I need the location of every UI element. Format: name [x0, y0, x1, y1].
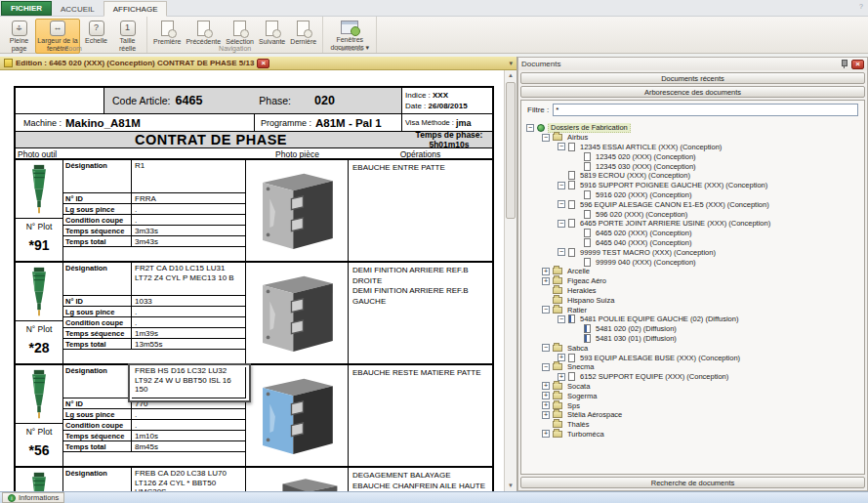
tree-item[interactable]: +6152 SUPPORT EQUIPE (XXX) (Conception)	[524, 372, 861, 382]
tool-data-table: DésignationR1N° IDFRRALg sous pince.Cond…	[63, 160, 246, 261]
field-value: .	[132, 215, 245, 225]
field-label: Condition coupe	[63, 420, 132, 430]
collapse-icon[interactable]: −	[558, 315, 565, 323]
tree-item[interactable]: −Airbus	[524, 133, 861, 143]
help-icon[interactable]: ?	[859, 3, 863, 10]
scroll-up-icon[interactable]: ▲	[505, 70, 517, 81]
echelle-button[interactable]: ?Echelle	[81, 19, 111, 47]
collapse-icon[interactable]: −	[526, 124, 534, 132]
col-photo-piece: Photo pièce	[246, 149, 349, 159]
tool-photo	[26, 265, 52, 319]
expand-icon[interactable]: +	[542, 382, 550, 390]
document-scrollbar[interactable]: ▲ ▼	[504, 70, 517, 491]
tab-affichage[interactable]: AFFICHAGE	[103, 1, 168, 17]
precedente-button[interactable]: Précédente	[184, 19, 223, 48]
tree-item[interactable]: +Stélia Aérospace	[524, 410, 861, 420]
tree-item[interactable]: −6465 PORTE JOINT ARRIERE USINE (XXX) (C…	[524, 219, 861, 229]
expand-icon[interactable]: +	[542, 277, 550, 285]
tree-item[interactable]: 5481 020 (02) (Diffusion)	[524, 324, 861, 334]
doc-icon	[584, 152, 591, 161]
collapse-icon[interactable]: −	[558, 143, 565, 150]
tree-item[interactable]: −5481 POULIE EQUIPE GAUCHE (02) (Diffusi…	[524, 314, 861, 324]
collapse-icon[interactable]: −	[558, 182, 565, 189]
informations-tab[interactable]: i Informations	[2, 492, 64, 503]
tree-item-label: 5819 ECROU (XXX) (Conception)	[578, 171, 692, 180]
tree-item[interactable]: +Figeac Aéro	[524, 276, 861, 286]
expand-icon[interactable]: +	[542, 430, 550, 438]
tree-item[interactable]: −596 EQUIP ALESAGE CANON E1-E5 (XXX) (Co…	[524, 199, 861, 209]
tree-item[interactable]: −Sabca	[524, 343, 861, 353]
tree-item[interactable]: −12345 ESSAI ARTICLE (XXX) (Conception)	[524, 143, 861, 152]
tree-item[interactable]: −99999 TEST MACRO (XXX) (Conception)	[524, 247, 861, 257]
folder-icon	[553, 393, 562, 399]
collapse-icon[interactable]: −	[558, 220, 565, 228]
tree-item[interactable]: −Dossiers de Fabrication	[524, 123, 861, 133]
status-bar: i Informations	[0, 491, 868, 503]
recent-documents-bar[interactable]: Documents récents	[520, 72, 865, 84]
scrollbar-thumb[interactable]	[506, 82, 516, 219]
field-n-id: N° IDFRRA	[63, 193, 245, 204]
tree-item[interactable]: Thalès	[524, 420, 861, 430]
tree-item[interactable]: +Arcelle	[524, 267, 861, 276]
window-menu-chevron-icon[interactable]: ▾	[509, 60, 513, 67]
expand-icon[interactable]: +	[558, 373, 565, 381]
tree-item[interactable]: +Sogerma	[524, 391, 861, 400]
field-value: .	[132, 204, 245, 214]
tree-item[interactable]: 12345 020 (XXX) (Conception)	[524, 151, 861, 161]
doc-icon	[584, 210, 591, 219]
selection-button[interactable]: Sélection	[224, 19, 256, 48]
suivante-button[interactable]: Suivante	[257, 19, 287, 48]
collapse-icon[interactable]: −	[542, 134, 550, 142]
scroll-down-icon[interactable]: ▼	[505, 481, 517, 491]
document-window-title: Edition : 6465 020 (XXX) (Conception) CO…	[16, 59, 254, 67]
collapse-icon[interactable]: −	[558, 200, 565, 208]
photo-piece-cell	[246, 263, 349, 363]
tree-item[interactable]: −Snecma	[524, 362, 861, 372]
tree-item[interactable]: 5916 020 (XXX) (Conception)	[524, 190, 861, 200]
tree-item-label: Sogerma	[565, 392, 599, 400]
phase-row-2: N° Plot*28DésignationFR2T CA D10 LC15 LU…	[16, 263, 492, 365]
tool-icon	[16, 367, 62, 422]
close-document-button[interactable]: ×	[257, 59, 269, 68]
tree-item[interactable]: 6465 020 (XXX) (Conception)	[524, 229, 861, 238]
premiere-button[interactable]: Première	[151, 19, 183, 48]
collapse-icon[interactable]: −	[542, 344, 550, 352]
tree-item[interactable]: 12345 030 (XXX) (Conception)	[524, 161, 861, 171]
tree-item[interactable]: 596 020 (XXX) (Conception)	[524, 209, 861, 219]
visa-label: Visa Méthode :	[405, 118, 454, 127]
page-last-icon	[297, 21, 310, 36]
tree-item[interactable]: −5916 SUPPORT POIGNEE GAUCHE (XXX) (Conc…	[524, 181, 861, 190]
expand-icon[interactable]: +	[542, 411, 550, 419]
collapse-icon[interactable]: −	[542, 363, 550, 371]
photo-outil-cell: N° Plot*28	[16, 263, 63, 363]
tree-item[interactable]: Hispano Suiza	[524, 295, 861, 305]
field-designation: DésignationFREB HS D16 LC32 LU32 LT92 Z4…	[63, 365, 245, 398]
tree-item[interactable]: +Sps	[524, 400, 861, 410]
expand-icon[interactable]: +	[558, 354, 565, 361]
expand-icon[interactable]: +	[542, 268, 550, 275]
documents-tree-bar[interactable]: Arborescence des documents	[520, 86, 865, 98]
derniere-button[interactable]: Dernière	[288, 19, 318, 48]
tool-cell-divider	[16, 423, 62, 424]
expand-icon[interactable]: +	[542, 392, 550, 399]
close-panel-button[interactable]: ×	[851, 60, 864, 69]
tree-item[interactable]: +593 EQUIP ALESAGE BUSE (XXX) (Conceptio…	[524, 353, 861, 362]
tree-item[interactable]: 5819 ECROU (XXX) (Conception)	[524, 171, 861, 181]
tab-fichier[interactable]: FICHIER	[1, 1, 52, 16]
tree-item[interactable]: Herakles	[524, 286, 861, 296]
tree-item[interactable]: +Socata	[524, 382, 861, 392]
tree-item[interactable]: −Ratier	[524, 305, 861, 314]
tree-item[interactable]: 6465 040 (XXX) (Conception)	[524, 238, 861, 248]
search-documents-bar[interactable]: Recherche de documents	[520, 477, 865, 488]
indice-value: XXX	[433, 91, 448, 100]
operation-text: EBAUCHE ENTRE PATTE	[352, 163, 488, 174]
collapse-icon[interactable]: −	[558, 248, 565, 256]
tree-item[interactable]: 99999 040 (XXX) (Conception)	[524, 257, 861, 267]
tab-accueil[interactable]: ACCUEIL	[52, 2, 103, 16]
expand-icon[interactable]: +	[542, 401, 550, 409]
filter-input[interactable]	[553, 104, 858, 116]
collapse-icon[interactable]: −	[542, 306, 550, 314]
tree-item[interactable]: +Turboméca	[524, 430, 861, 440]
pin-icon[interactable]	[840, 60, 848, 69]
tree-item[interactable]: 5481 030 (01) (Diffusion)	[524, 334, 861, 344]
